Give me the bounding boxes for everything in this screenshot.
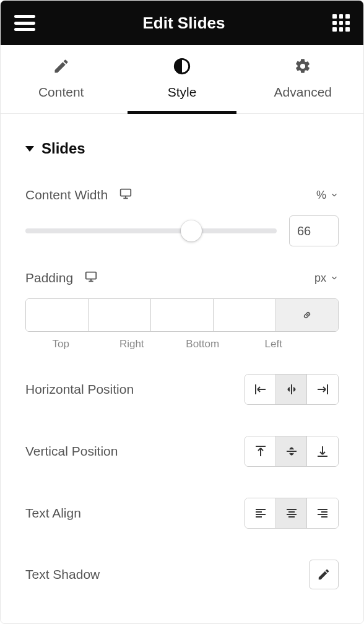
vertical-position-label: Vertical Position bbox=[25, 444, 118, 459]
padding-unit-select[interactable]: px bbox=[314, 272, 339, 285]
slider-thumb[interactable] bbox=[181, 220, 202, 241]
padding-unit-label: px bbox=[314, 272, 326, 285]
tab-content[interactable]: Content bbox=[1, 45, 121, 113]
h-align-center-button[interactable] bbox=[276, 375, 307, 404]
content-width-slider[interactable] bbox=[25, 222, 277, 240]
style-panel: Slides Content Width % 66 bbox=[1, 114, 363, 608]
tab-style[interactable]: Style bbox=[121, 45, 242, 113]
padding-left-label: Left bbox=[238, 338, 310, 350]
chevron-down-icon bbox=[330, 191, 339, 199]
text-align-right-button[interactable] bbox=[307, 498, 338, 528]
content-width-label: Content Width bbox=[25, 188, 108, 202]
pencil-icon bbox=[317, 568, 331, 581]
tab-style-label: Style bbox=[168, 85, 197, 100]
content-width-control: Content Width % 66 bbox=[25, 187, 339, 246]
gear-icon bbox=[294, 58, 311, 75]
svg-rect-2 bbox=[86, 272, 97, 279]
text-shadow-label: Text Shadow bbox=[25, 567, 100, 582]
padding-bottom-label: Bottom bbox=[167, 338, 238, 350]
padding-control: Padding px Top Right Bottom Left bbox=[25, 270, 339, 350]
text-align-group bbox=[245, 498, 339, 529]
padding-label: Padding bbox=[25, 271, 73, 285]
vertical-position-control: Vertical Position bbox=[25, 436, 339, 467]
svg-rect-1 bbox=[121, 189, 131, 196]
desktop-icon[interactable] bbox=[119, 187, 132, 203]
tab-content-label: Content bbox=[38, 85, 84, 100]
padding-top-label: Top bbox=[25, 338, 97, 350]
menu-icon[interactable] bbox=[14, 15, 35, 31]
horizontal-position-label: Horizontal Position bbox=[25, 382, 134, 397]
content-width-input[interactable]: 66 bbox=[289, 215, 339, 246]
horizontal-position-group bbox=[245, 374, 339, 405]
padding-right-input[interactable] bbox=[89, 299, 150, 331]
text-shadow-control: Text Shadow bbox=[25, 560, 339, 589]
vertical-position-group bbox=[245, 436, 339, 467]
content-width-unit-label: % bbox=[316, 189, 326, 202]
section-header[interactable]: Slides bbox=[25, 140, 339, 157]
link-values-button[interactable] bbox=[276, 299, 338, 331]
padding-top-input[interactable] bbox=[26, 299, 88, 331]
caret-down-icon bbox=[25, 146, 34, 152]
link-icon bbox=[301, 309, 313, 321]
desktop-icon[interactable] bbox=[84, 270, 98, 286]
content-width-unit-select[interactable]: % bbox=[316, 189, 339, 202]
v-align-bottom-button[interactable] bbox=[307, 436, 338, 466]
padding-right-label: Right bbox=[97, 338, 168, 350]
text-align-control: Text Align bbox=[25, 498, 339, 529]
padding-left-input[interactable] bbox=[214, 299, 275, 331]
v-align-top-button[interactable] bbox=[245, 436, 276, 466]
pencil-icon bbox=[53, 58, 70, 75]
top-bar: Edit Slides bbox=[1, 1, 363, 45]
tabs: Content Style Advanced bbox=[1, 45, 363, 114]
page-title: Edit Slides bbox=[143, 14, 225, 33]
chevron-down-icon bbox=[330, 274, 339, 282]
v-align-middle-button[interactable] bbox=[276, 436, 307, 466]
tab-advanced-label: Advanced bbox=[274, 85, 332, 100]
text-align-left-button[interactable] bbox=[245, 498, 276, 528]
text-align-center-button[interactable] bbox=[276, 498, 307, 528]
horizontal-position-control: Horizontal Position bbox=[25, 374, 339, 405]
apps-grid-icon[interactable] bbox=[332, 14, 350, 32]
section-title: Slides bbox=[41, 140, 85, 157]
tab-advanced[interactable]: Advanced bbox=[243, 45, 363, 113]
padding-bottom-input[interactable] bbox=[151, 299, 213, 331]
text-shadow-edit-button[interactable] bbox=[309, 560, 339, 589]
h-align-left-button[interactable] bbox=[245, 375, 276, 404]
contrast-icon bbox=[173, 58, 191, 75]
h-align-right-button[interactable] bbox=[307, 375, 338, 404]
text-align-label: Text Align bbox=[25, 506, 81, 521]
padding-inputs bbox=[25, 298, 339, 332]
